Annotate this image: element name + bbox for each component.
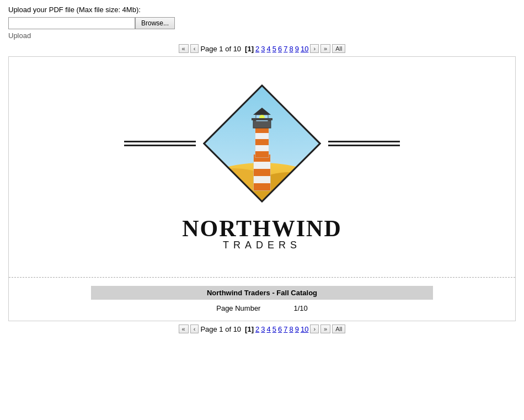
svg-rect-8: [254, 162, 270, 169]
svg-rect-22: [252, 118, 272, 120]
page-1-current-top[interactable]: [1]: [245, 45, 254, 53]
next-page-btn-bottom[interactable]: ›: [310, 325, 319, 333]
page-9-bottom[interactable]: 9: [295, 325, 299, 333]
page-main: NORTHWIND TRADERS: [9, 57, 515, 278]
logo-container: [124, 83, 400, 204]
page-6-top[interactable]: 6: [278, 45, 282, 53]
logo-lines-left: [124, 141, 196, 146]
svg-rect-14: [255, 133, 269, 139]
page-4-top[interactable]: 4: [267, 45, 271, 53]
svg-rect-10: [254, 176, 270, 183]
file-input[interactable]: [8, 17, 135, 29]
page-2-top[interactable]: 2: [255, 45, 259, 53]
svg-rect-17: [255, 151, 269, 157]
svg-rect-11: [254, 183, 270, 190]
next-page-btn-top[interactable]: ›: [310, 44, 319, 53]
prev-page-btn-bottom[interactable]: ‹: [190, 325, 199, 333]
first-page-btn-bottom[interactable]: «: [179, 325, 189, 333]
upload-link[interactable]: Upload: [8, 31, 516, 40]
content-area: NORTHWIND TRADERS Northwind Traders - Fa…: [8, 56, 516, 321]
first-page-btn[interactable]: «: [179, 44, 189, 53]
page-8-top[interactable]: 8: [289, 45, 293, 53]
browse-button[interactable]: Browse...: [135, 17, 175, 29]
last-page-btn-top[interactable]: »: [320, 44, 330, 53]
page-2-bottom[interactable]: 2: [255, 325, 259, 333]
footer-title: Northwind Traders - Fall Catalog: [91, 286, 433, 300]
prev-page-btn[interactable]: ‹: [190, 44, 199, 53]
footer-page-value: 1/10: [293, 304, 307, 312]
page-8-bottom[interactable]: 8: [289, 325, 293, 333]
page-6-bottom[interactable]: 6: [278, 325, 282, 333]
page-9-top[interactable]: 9: [295, 45, 299, 53]
svg-rect-15: [255, 139, 269, 145]
bottom-pagination: « ‹ Page 1 of 10 [1] 2 3 4 5 6 7 8 9 10 …: [8, 325, 516, 333]
page-text-top: Page 1 of 10: [200, 45, 241, 53]
page-3-top[interactable]: 3: [261, 45, 265, 53]
last-page-btn-bottom[interactable]: »: [320, 325, 330, 333]
page-10-top[interactable]: 10: [301, 45, 308, 53]
page-4-bottom[interactable]: 4: [267, 325, 271, 333]
footer-page-number: Page Number 1/10: [20, 304, 504, 312]
page-text-bottom: Page 1 of 10: [200, 325, 241, 333]
brand-northwind: NORTHWIND: [182, 215, 342, 242]
page-10-bottom[interactable]: 10: [301, 325, 308, 333]
page-3-bottom[interactable]: 3: [261, 325, 265, 333]
logo-lines-right: [328, 141, 400, 146]
page-7-top[interactable]: 7: [284, 45, 287, 53]
upload-label: Upload your PDF file (Max file size: 4Mb…: [8, 6, 516, 14]
page-footer: Northwind Traders - Fall Catalog Page Nu…: [9, 278, 515, 321]
page-5-bottom[interactable]: 5: [272, 325, 276, 333]
svg-rect-9: [254, 169, 270, 176]
page-1-current-bottom[interactable]: [1]: [245, 325, 254, 333]
page-7-bottom[interactable]: 7: [284, 325, 287, 333]
all-pages-btn-top[interactable]: All: [332, 44, 345, 53]
logo-diamond: [201, 83, 323, 204]
top-pagination: « ‹ Page 1 of 10 [1] 2 3 4 5 6 7 8 9 10 …: [8, 44, 516, 53]
brand-text: NORTHWIND TRADERS: [182, 215, 342, 251]
page-5-top[interactable]: 5: [272, 45, 276, 53]
footer-page-label: Page Number: [216, 304, 260, 312]
all-pages-btn-bottom[interactable]: All: [332, 325, 345, 333]
svg-rect-16: [255, 145, 269, 151]
